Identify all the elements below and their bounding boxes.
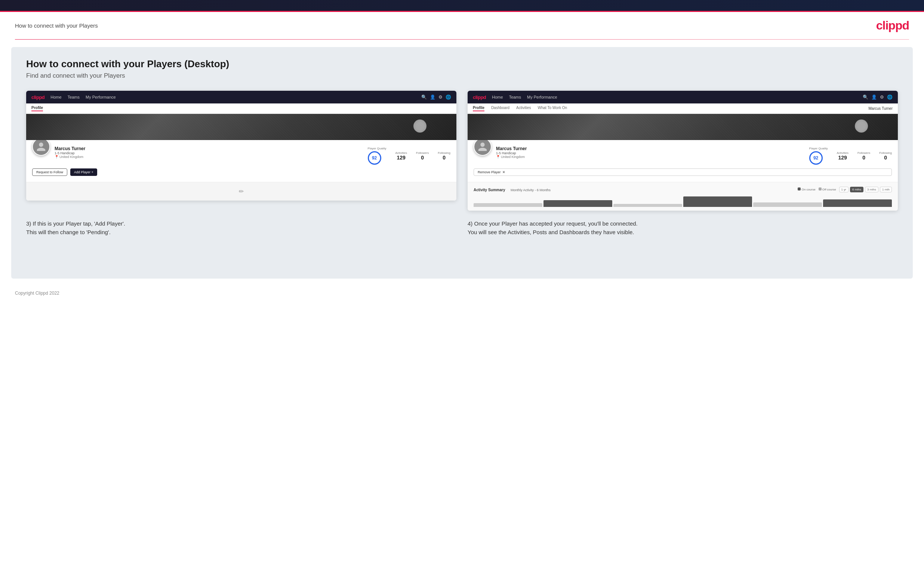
profile-stats-right: Player Quality 92 Activities 129 Followe… [809,147,892,165]
filter-1yr[interactable]: 1 yr [839,187,848,192]
filter-1mth[interactable]: 1 mth [880,187,892,192]
tab-activities-right[interactable]: Activities [516,106,531,111]
profile-header-right: Marcus Turner 1-5 Handicap 📍 United King… [473,145,892,165]
activities-label-left: Activities [395,151,407,155]
filter-6mths[interactable]: 6 mths [850,187,863,192]
mock-tabs-right-items: Profile Dashboard Activities What To Wor… [473,106,567,111]
player-name-right: Marcus Turner [496,146,805,151]
mock-nav-performance-left[interactable]: My Performance [86,95,116,99]
settings-icon-right[interactable]: ⚙ [880,95,884,100]
footer-text: Copyright Clippd 2022 [15,290,60,296]
hero-texture-right [468,114,898,140]
player-location-right: 📍 United Kingdom [496,155,805,159]
player-location-left: 📍 United Kingdom [55,155,363,159]
mock-logo-left: clippd [31,95,44,100]
pen-icon: ✏ [239,188,244,195]
screenshot-col-right: clippd Home Teams My Performance 🔍 👤 ⚙ 🌐… [468,91,898,211]
page-subheading: Find and connect with your Players [26,72,898,79]
followers-label-right: Followers [858,151,870,155]
chart-bar-6 [823,200,892,207]
remove-player-button[interactable]: Remove Player ✕ [473,168,892,176]
mock-profile-right: Marcus Turner 1-5 Handicap 📍 United King… [468,140,898,182]
following-value-right: 0 [879,155,892,161]
mock-browser-right: clippd Home Teams My Performance 🔍 👤 ⚙ 🌐… [468,91,898,211]
quality-circle-left: 92 [368,151,381,165]
mock-nav-teams-left[interactable]: Teams [68,95,80,99]
following-label-left: Following [438,151,451,155]
quality-label-left: Player Quality [368,147,386,150]
screenshots-row: clippd Home Teams My Performance 🔍 👤 ⚙ 🌐… [26,91,898,211]
stat-activities-right: Activities 129 [837,151,848,161]
followers-value-left: 0 [416,155,429,161]
mock-bottom-area-left: ✏ [26,182,456,201]
tab-what-to-work-on-right[interactable]: What To Work On [538,106,567,111]
footer: Copyright Clippd 2022 [0,286,924,300]
globe-icon-right[interactable]: 🌐 [887,95,893,100]
tab-dashboard-right[interactable]: Dashboard [491,106,509,111]
mock-user-dropdown[interactable]: Marcus Turner [869,106,893,111]
profile-info-right: Marcus Turner 1-5 Handicap 📍 United King… [496,145,805,159]
mock-tabs-left: Profile [26,103,456,114]
caption-col-left: 3) If this is your Player tap, 'Add Play… [26,219,456,236]
top-bar [0,0,924,12]
mock-nav-icons-left: 🔍 👤 ⚙ 🌐 [421,95,451,100]
header-title: How to connect with your Players [15,23,98,29]
followers-value-right: 0 [858,155,870,161]
activity-title: Activity Summary [473,188,505,192]
avatar-icon-left [36,142,46,152]
legend-off-course: Off course [819,187,836,191]
mock-browser-left: clippd Home Teams My Performance 🔍 👤 ⚙ 🌐… [26,91,456,201]
player-handicap-right: 1-5 Handicap [496,151,805,155]
tab-profile-right[interactable]: Profile [473,106,485,111]
quality-wrap-left: Player Quality 92 [368,147,386,165]
avatar-right [473,138,491,156]
mock-nav-icons-right: 🔍 👤 ⚙ 🌐 [863,95,893,100]
logo: clippd [876,19,909,32]
mock-nav-home-left[interactable]: Home [50,95,61,99]
profile-info-left: Marcus Turner 1-5 Handicap 📍 United King… [55,145,363,159]
chart-bar-2 [543,200,612,207]
activity-controls: On course Off course 1 yr 6 mths 3 mths … [798,187,892,192]
profile-header-left: Marcus Turner 1-5 Handicap 📍 United King… [32,145,451,165]
activity-legend: On course Off course [798,187,836,191]
search-icon-right[interactable]: 🔍 [863,95,868,100]
location-icon-left: 📍 [55,155,59,159]
activity-chart [473,196,892,207]
mock-hero-right [468,114,898,140]
user-icon-left[interactable]: 👤 [430,95,435,100]
quality-label-right: Player Quality [809,147,828,150]
caption-row: 3) If this is your Player tap, 'Add Play… [26,219,898,236]
globe-icon-left[interactable]: 🌐 [446,95,451,100]
activity-header: Activity Summary Monthly Activity - 6 Mo… [473,186,892,193]
tab-profile-left[interactable]: Profile [31,106,43,111]
mock-nav-home-right[interactable]: Home [492,95,503,99]
stat-followers-right: Followers 0 [858,151,870,161]
filter-3mths[interactable]: 3 mths [865,187,879,192]
settings-icon-left[interactable]: ⚙ [438,95,443,100]
activities-label-right: Activities [837,151,848,155]
avatar-icon-right [477,142,488,152]
activity-period: Monthly Activity - 6 Months [510,188,551,192]
search-icon-left[interactable]: 🔍 [421,95,427,100]
following-value-left: 0 [438,155,451,161]
header-divider [15,39,909,40]
main-content: How to connect with your Players (Deskto… [11,47,913,279]
user-icon-right[interactable]: 👤 [871,95,877,100]
chart-bar-4 [683,197,752,207]
request-follow-button[interactable]: Request to Follow [32,168,67,176]
stat-following-left: Following 0 [438,151,451,161]
profile-stats-left: Player Quality 92 Activities 129 Followe… [368,147,451,165]
mock-tabs-right: Profile Dashboard Activities What To Wor… [468,103,898,114]
caption-col-right: 4) Once your Player has accepted your re… [468,219,898,236]
mock-nav-performance-right[interactable]: My Performance [527,95,557,99]
quality-wrap-right: Player Quality 92 [809,147,828,165]
hero-texture-left [26,114,456,140]
mock-nav-teams-right[interactable]: Teams [509,95,521,99]
activity-left: Activity Summary Monthly Activity - 6 Mo… [473,186,551,193]
chart-bar-1 [473,203,542,207]
stat-following-right: Following 0 [879,151,892,161]
caption-right: 4) Once your Player has accepted your re… [468,219,898,236]
mock-logo-right: clippd [473,95,486,100]
add-player-button[interactable]: Add Player + [70,168,97,176]
activity-filters: 1 yr 6 mths 3 mths 1 mth [839,187,892,192]
